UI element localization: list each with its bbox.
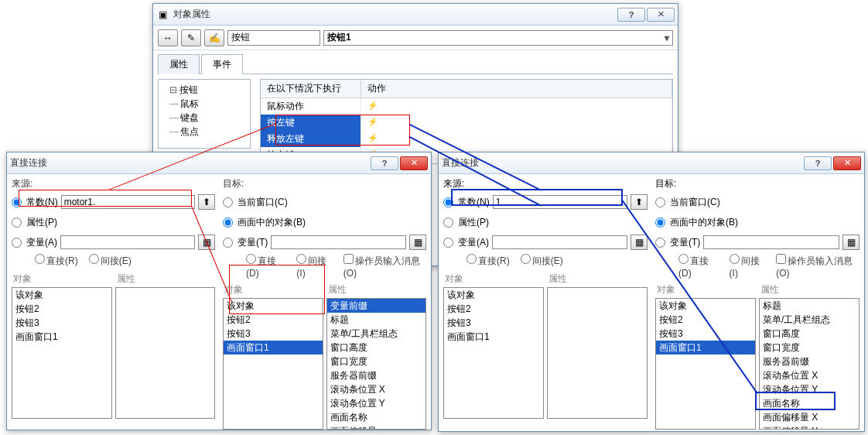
radio-variable[interactable] [12, 238, 22, 248]
radio-indirect-i[interactable] [730, 254, 740, 264]
list-item[interactable]: 画面窗口1 [656, 341, 755, 355]
list-item[interactable]: 该对象 [656, 299, 755, 313]
target-property-list[interactable]: 标题菜单/工具栏组态窗口高度窗口宽度服务器前缀滚动条位置 X滚动条位置 Y画面名… [759, 298, 859, 430]
list-item[interactable]: 画面偏移量 Y [760, 424, 859, 430]
radio-variable[interactable] [443, 238, 453, 248]
list-item[interactable]: 滚动条位置 X [760, 368, 859, 382]
radio-object-in-screen[interactable] [655, 218, 665, 228]
radio-constant[interactable] [443, 197, 453, 207]
list-item[interactable]: 菜单/工具栏组态 [760, 313, 859, 327]
variable-input[interactable] [492, 235, 627, 249]
browse-button[interactable]: ⬆ [630, 194, 648, 210]
tree-leaf-keyboard[interactable]: 键盘 [163, 111, 245, 125]
list-item[interactable]: 菜单/工具栏组态 [327, 327, 426, 341]
target-object-list[interactable]: 该对象按钮2按钮3画面窗口1 [655, 298, 756, 430]
list-item[interactable]: 滚动条位置 Y [327, 396, 426, 410]
variable-t-input[interactable] [703, 235, 839, 249]
list-item[interactable]: 窗口宽度 [327, 355, 426, 368]
list-item[interactable]: 窗口高度 [760, 327, 859, 341]
event-tree[interactable]: 按钮 鼠标 键盘 焦点 [158, 79, 251, 149]
list-item[interactable]: 该对象 [224, 299, 323, 313]
grid-row[interactable]: 按左键 [261, 115, 672, 131]
radio-constant[interactable] [12, 197, 22, 207]
tree-leaf-focus[interactable]: 焦点 [163, 125, 245, 139]
constant-input[interactable] [61, 195, 195, 209]
radio-current-window[interactable] [223, 197, 233, 207]
help-button[interactable]: ? [804, 156, 832, 170]
radio-property[interactable] [443, 218, 453, 228]
list-item[interactable]: 画面窗口1 [12, 330, 111, 344]
list-item[interactable]: 滚动条位置 Y [760, 382, 859, 396]
tree-root[interactable]: 按钮 [163, 83, 245, 97]
list-item[interactable]: 按钮3 [656, 327, 755, 341]
variable-input[interactable] [60, 235, 195, 249]
list-item[interactable]: 窗口宽度 [760, 341, 859, 355]
name-combo[interactable]: 按钮1 [323, 30, 673, 46]
browse-button[interactable]: ▦ [842, 235, 859, 250]
grid-row[interactable]: 鼠标动作 [261, 98, 672, 115]
source-object-list[interactable]: 该对象按钮2按钮3画面窗口1 [12, 287, 112, 419]
tree-leaf-mouse[interactable]: 鼠标 [163, 97, 245, 111]
browse-button[interactable]: ⬆ [198, 194, 215, 210]
list-item[interactable]: 按钮3 [12, 316, 111, 330]
browse-button[interactable]: ▦ [198, 235, 215, 250]
titlebar[interactable]: 直接连接 ? ✕ [7, 152, 431, 174]
radio-object-in-screen[interactable] [223, 218, 233, 228]
radio-current-window[interactable] [655, 197, 665, 207]
radio-variable-t[interactable] [655, 238, 665, 248]
list-item[interactable]: 画面偏移量 [327, 424, 426, 430]
target-property-list[interactable]: 变量前缀标题菜单/工具栏组态窗口高度窗口宽度服务器前缀滚动条位置 X滚动条位置 … [326, 298, 427, 430]
radio-indirect-e[interactable] [521, 254, 531, 264]
list-item[interactable]: 画面窗口1 [444, 330, 543, 344]
list-item[interactable]: 滚动条位置 X [327, 382, 426, 396]
close-button[interactable]: ✕ [400, 156, 428, 170]
list-item[interactable]: 服务器前缀 [760, 355, 859, 368]
check-operator-input[interactable] [343, 254, 354, 264]
radio-variable-t[interactable] [223, 238, 233, 248]
tab-events[interactable]: 事件 [201, 54, 243, 74]
radio-direct-r[interactable] [466, 254, 477, 264]
browse-button[interactable]: ▦ [409, 235, 426, 250]
list-item[interactable]: 按钮2 [12, 302, 111, 316]
list-item[interactable]: 按钮3 [444, 316, 543, 330]
close-button[interactable]: ✕ [647, 8, 675, 22]
tool-pin-icon[interactable]: ↔ [158, 29, 178, 46]
list-item[interactable]: 按钮2 [444, 302, 543, 316]
list-item[interactable]: 窗口高度 [327, 341, 426, 355]
variable-t-input[interactable] [271, 235, 406, 249]
tool-picker-icon[interactable]: ✍ [204, 29, 224, 46]
list-item[interactable]: 画面窗口1 [224, 341, 323, 355]
titlebar[interactable]: 直接连接 ? ✕ [439, 152, 864, 174]
list-item[interactable]: 按钮2 [656, 313, 755, 327]
list-item[interactable]: 标题 [327, 313, 426, 327]
help-button[interactable]: ? [617, 8, 645, 22]
tab-properties[interactable]: 属性 [158, 54, 200, 74]
source-property-list[interactable] [547, 287, 648, 419]
browse-button[interactable]: ▦ [630, 235, 648, 250]
radio-indirect-e[interactable] [89, 254, 99, 264]
check-operator-input[interactable] [776, 254, 786, 264]
type-combo[interactable]: 按钮 [227, 30, 320, 46]
radio-indirect-i[interactable] [296, 254, 306, 264]
help-button[interactable]: ? [371, 156, 398, 170]
radio-property[interactable] [12, 218, 22, 228]
list-item[interactable]: 画面名称 [760, 396, 859, 410]
radio-direct-d[interactable] [678, 254, 689, 264]
list-item[interactable]: 标题 [760, 299, 859, 313]
list-item[interactable]: 该对象 [12, 288, 111, 302]
target-object-list[interactable]: 该对象按钮2按钮3画面窗口1 [223, 298, 323, 430]
list-item[interactable]: 服务器前缀 [327, 368, 426, 382]
close-button[interactable]: ✕ [833, 156, 861, 170]
grid-row[interactable]: 释放左键 [261, 131, 672, 147]
tool-edit-icon[interactable]: ✎ [181, 29, 201, 46]
source-object-list[interactable]: 该对象按钮2按钮3画面窗口1 [443, 287, 544, 419]
source-property-list[interactable] [115, 287, 216, 419]
list-item[interactable]: 按钮2 [224, 313, 323, 327]
list-item[interactable]: 画面名称 [327, 410, 426, 424]
titlebar[interactable]: ▣ 对象属性 ? ✕ [153, 4, 678, 26]
constant-input[interactable] [493, 195, 627, 209]
list-item[interactable]: 按钮3 [224, 327, 323, 341]
radio-direct-d[interactable] [246, 254, 256, 264]
list-item[interactable]: 该对象 [444, 288, 543, 302]
list-item[interactable]: 变量前缀 [327, 299, 426, 313]
